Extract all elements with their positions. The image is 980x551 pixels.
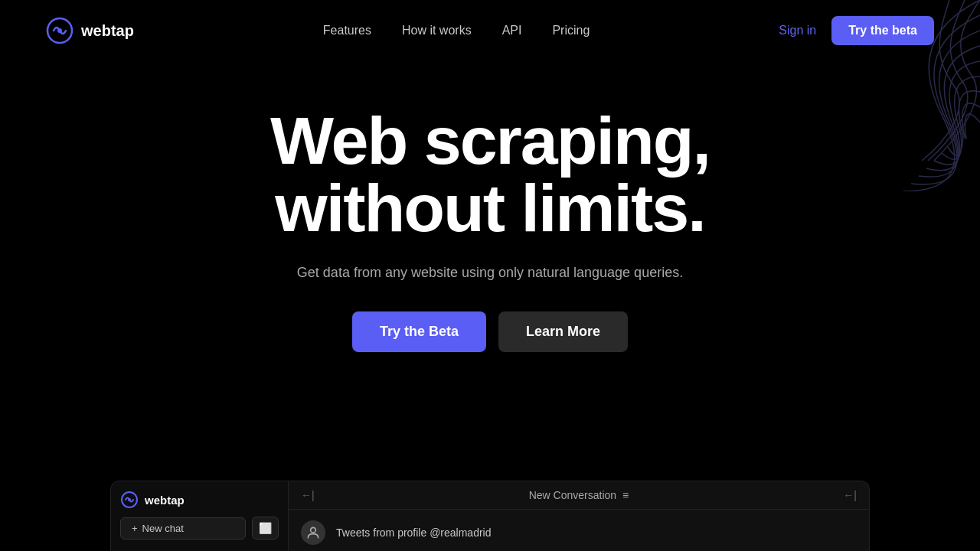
- bottom-logo-text: webtap: [145, 494, 185, 507]
- logo-icon: [46, 17, 74, 44]
- bottom-header-collapse: ←|: [843, 489, 857, 501]
- learn-more-button[interactable]: Learn More: [498, 311, 628, 352]
- hero-title-line1: Web scraping,: [270, 103, 710, 178]
- user-avatar: [301, 520, 325, 545]
- bottom-new-chat-row: + New chat ⬜: [120, 517, 279, 540]
- nav-how-it-works[interactable]: How it works: [402, 24, 472, 37]
- tweet-query-text: Tweets from profile @realmadrid: [336, 527, 492, 539]
- back-arrow-icon[interactable]: ←|: [301, 489, 315, 501]
- hero-buttons: Try the Beta Learn More: [352, 311, 628, 352]
- bottom-sidebar-header: webtap: [120, 491, 279, 509]
- bottom-sidebar: webtap + New chat ⬜: [111, 481, 289, 551]
- nav-links: Features How it works API Pricing: [323, 24, 590, 37]
- try-beta-hero-button[interactable]: Try the Beta: [352, 311, 486, 352]
- compose-icon: ⬜: [259, 522, 272, 534]
- bottom-main-header: ←| New Conversation ≡ ←|: [289, 481, 869, 510]
- bottom-header-title: New Conversation ≡: [529, 489, 629, 501]
- hero-title-line2: without limits.: [275, 170, 705, 246]
- bottom-main: ←| New Conversation ≡ ←| Tweets from pro…: [289, 481, 869, 551]
- nav-features[interactable]: Features: [323, 24, 371, 37]
- bottom-header-back: ←|: [301, 489, 315, 501]
- bottom-logo-icon: [120, 491, 139, 509]
- collapse-icon[interactable]: ←|: [843, 489, 857, 501]
- menu-icon[interactable]: ≡: [622, 489, 629, 501]
- try-beta-nav-button[interactable]: Try the beta: [831, 16, 934, 45]
- plus-icon: +: [132, 523, 138, 534]
- hero-section: Web scraping, without limits. Get data f…: [0, 61, 980, 383]
- new-chat-button[interactable]: + New chat: [120, 517, 246, 540]
- svg-point-4: [311, 527, 316, 533]
- hero-subtitle: Get data from any website using only nat…: [297, 265, 683, 281]
- hero-title: Web scraping, without limits.: [270, 107, 710, 242]
- conversation-label: New Conversation: [529, 489, 616, 501]
- new-chat-label: New chat: [142, 523, 184, 534]
- svg-point-1: [57, 28, 62, 33]
- user-avatar-icon: [305, 525, 321, 540]
- bottom-main-content: Tweets from profile @realmadrid: [289, 510, 869, 551]
- navbar: webtap Features How it works API Pricing…: [0, 0, 980, 61]
- nav-pricing[interactable]: Pricing: [552, 24, 590, 37]
- nav-api[interactable]: API: [502, 24, 522, 37]
- nav-actions: Sign in Try the beta: [779, 16, 934, 45]
- signin-button[interactable]: Sign in: [779, 24, 816, 37]
- logo-link[interactable]: webtap: [46, 17, 134, 44]
- svg-point-3: [128, 498, 131, 501]
- logo-text: webtap: [81, 22, 134, 40]
- new-conversation-icon-button[interactable]: ⬜: [252, 517, 279, 540]
- bottom-preview-panel: webtap + New chat ⬜ ←| New Conversation …: [110, 481, 870, 551]
